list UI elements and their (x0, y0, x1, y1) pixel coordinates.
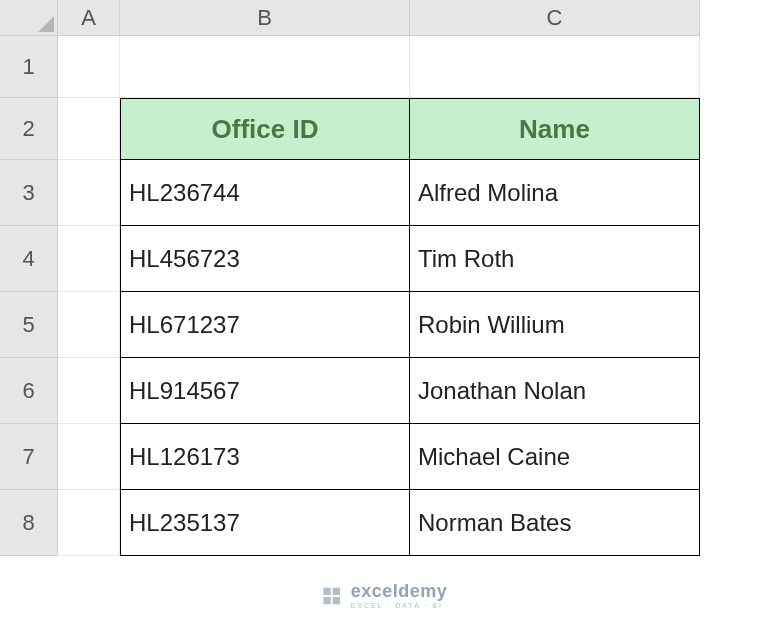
col-head-c[interactable]: C (410, 0, 700, 36)
row-head-4[interactable]: 4 (0, 226, 58, 292)
svg-marker-0 (38, 16, 54, 32)
cell-c1[interactable] (410, 36, 700, 98)
watermark-text: exceldemy EXCEL · DATA · BI (351, 582, 448, 609)
cell-a7[interactable] (58, 424, 120, 490)
cell-a1[interactable] (58, 36, 120, 98)
watermark-main: exceldemy (351, 582, 448, 600)
cell-a2[interactable] (58, 98, 120, 160)
header-office-id[interactable]: Office ID (120, 98, 410, 160)
row-head-5[interactable]: 5 (0, 292, 58, 358)
exceldemy-logo-icon (321, 585, 343, 607)
row-head-3[interactable]: 3 (0, 160, 58, 226)
select-all-corner[interactable] (0, 0, 58, 36)
row-head-2[interactable]: 2 (0, 98, 58, 160)
cell-c7[interactable]: Michael Caine (410, 424, 700, 490)
col-head-a[interactable]: A (58, 0, 120, 36)
watermark: exceldemy EXCEL · DATA · BI (321, 582, 448, 609)
cell-a5[interactable] (58, 292, 120, 358)
row-head-1[interactable]: 1 (0, 36, 58, 98)
cell-a4[interactable] (58, 226, 120, 292)
cell-b3[interactable]: HL236744 (120, 160, 410, 226)
cell-c8[interactable]: Norman Bates (410, 490, 700, 556)
cell-c3[interactable]: Alfred Molina (410, 160, 700, 226)
select-all-icon (38, 16, 54, 32)
cell-b5[interactable]: HL671237 (120, 292, 410, 358)
cell-b1[interactable] (120, 36, 410, 98)
row-head-8[interactable]: 8 (0, 490, 58, 556)
cell-a8[interactable] (58, 490, 120, 556)
cell-a3[interactable] (58, 160, 120, 226)
cell-b8[interactable]: HL235137 (120, 490, 410, 556)
cell-b6[interactable]: HL914567 (120, 358, 410, 424)
cell-c4[interactable]: Tim Roth (410, 226, 700, 292)
cell-c5[interactable]: Robin Willium (410, 292, 700, 358)
header-name[interactable]: Name (410, 98, 700, 160)
row-head-6[interactable]: 6 (0, 358, 58, 424)
cell-b4[interactable]: HL456723 (120, 226, 410, 292)
cell-c6[interactable]: Jonathan Nolan (410, 358, 700, 424)
watermark-sub: EXCEL · DATA · BI (351, 602, 448, 609)
row-head-7[interactable]: 7 (0, 424, 58, 490)
col-head-b[interactable]: B (120, 0, 410, 36)
cell-b7[interactable]: HL126173 (120, 424, 410, 490)
cell-a6[interactable] (58, 358, 120, 424)
spreadsheet-grid: A B C 1 2 Office ID Name 3 HL236744 Alfr… (0, 0, 768, 556)
